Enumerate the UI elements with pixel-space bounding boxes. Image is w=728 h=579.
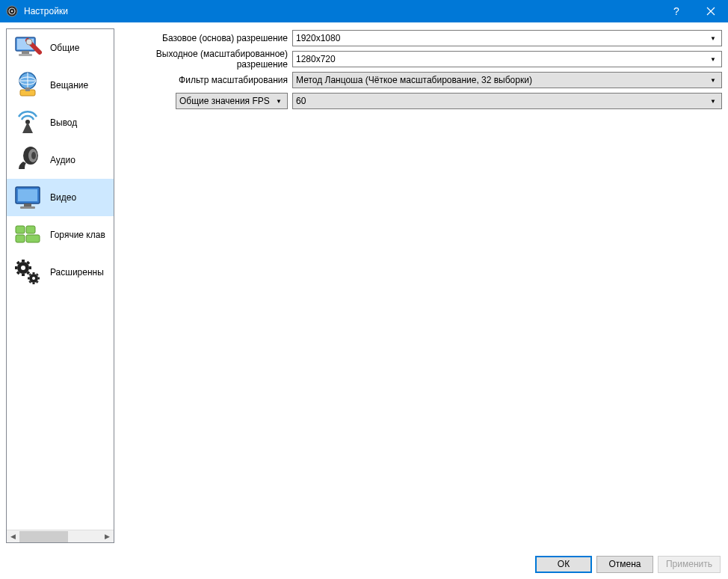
sidebar-item-label: Расширенны [50, 267, 104, 278]
combo-value: Общие значения FPS [179, 96, 274, 106]
combo-value: Метод Ланцоша (Чёткое масштабирование, 3… [296, 75, 708, 85]
close-button[interactable] [694, 0, 728, 22]
monitor-icon [10, 181, 46, 214]
fps-type-combo[interactable]: Общие значения FPS ▼ [176, 93, 288, 109]
base-resolution-combo[interactable]: 1920x1080 ▼ [292, 30, 722, 46]
globe-network-icon [10, 69, 46, 102]
svg-rect-20 [16, 226, 25, 233]
chevron-down-icon: ▼ [708, 77, 718, 84]
svg-rect-11 [25, 88, 30, 91]
svg-point-15 [31, 152, 36, 159]
scroll-left-icon[interactable]: ◀ [7, 530, 19, 543]
svg-point-7 [26, 39, 32, 45]
help-button[interactable]: ? [659, 0, 694, 22]
settings-panel-video: Базовое (основа) разрешение 1920x1080 ▼ … [120, 28, 722, 543]
fps-value-combo[interactable]: 60 ▼ [292, 93, 722, 109]
sidebar-item-label: Общие [50, 43, 79, 53]
apply-button: Применить [658, 556, 721, 573]
combo-value: 60 [296, 96, 708, 106]
base-resolution-label: Базовое (основа) разрешение [120, 33, 292, 43]
speaker-icon [10, 144, 46, 177]
sidebar-item-output[interactable]: Вывод [7, 104, 114, 141]
ok-button[interactable]: ОК [535, 556, 592, 573]
output-resolution-combo[interactable]: 1280x720 ▼ [292, 51, 722, 67]
sidebar-item-hotkeys[interactable]: Горячие клав [7, 216, 114, 254]
sidebar-item-stream[interactable]: Вещание [7, 67, 114, 104]
sidebar-item-advanced[interactable]: Расширенны [7, 254, 114, 291]
wrench-monitor-icon [10, 31, 46, 64]
cancel-button[interactable]: Отмена [596, 556, 653, 573]
svg-rect-23 [26, 235, 40, 242]
svg-rect-19 [20, 206, 35, 209]
sidebar-item-video[interactable]: Видео [7, 179, 114, 216]
scroll-right-icon[interactable]: ▶ [101, 530, 114, 543]
chevron-down-icon: ▼ [274, 98, 284, 105]
chevron-down-icon: ▼ [708, 35, 718, 42]
settings-sidebar: Общие Вещание [6, 28, 114, 543]
chevron-down-icon: ▼ [708, 98, 718, 105]
svg-rect-18 [24, 203, 31, 206]
svg-point-27 [32, 277, 35, 280]
sidebar-item-audio[interactable]: Аудио [7, 141, 114, 179]
sidebar-item-label: Аудио [50, 155, 75, 165]
scale-filter-combo[interactable]: Метод Ланцоша (Чёткое масштабирование, 3… [292, 72, 722, 88]
scale-filter-label: Фильтр масштабирования [120, 75, 292, 85]
svg-rect-21 [26, 226, 35, 233]
combo-value: 1280x720 [296, 54, 708, 64]
dialog-footer: ОК Отмена Применить [0, 549, 728, 579]
chevron-down-icon: ▼ [708, 56, 718, 63]
keyboard-icon [10, 218, 46, 251]
svg-point-25 [21, 266, 25, 270]
sidebar-item-label: Горячие клав [50, 230, 105, 240]
sidebar-scrollbar[interactable]: ◀ ▶ [7, 530, 114, 542]
sidebar-item-general[interactable]: Общие [7, 29, 114, 67]
antenna-icon [10, 106, 46, 139]
svg-point-2 [11, 10, 13, 13]
sidebar-item-label: Вывод [50, 117, 77, 128]
app-icon [4, 4, 19, 19]
scroll-thumb[interactable] [19, 531, 68, 542]
window-title: Настройки [24, 6, 68, 16]
output-resolution-label: Выходное (масштабированное) разрешение [120, 49, 292, 70]
svg-rect-5 [22, 51, 29, 54]
combo-value: 1920x1080 [296, 33, 708, 43]
sidebar-item-label: Вещание [50, 80, 88, 91]
svg-rect-22 [16, 235, 25, 242]
sidebar-item-label: Видео [50, 192, 76, 203]
svg-rect-6 [19, 54, 32, 56]
svg-rect-17 [18, 189, 37, 201]
titlebar: Настройки ? [0, 0, 728, 22]
gears-icon [10, 256, 46, 289]
